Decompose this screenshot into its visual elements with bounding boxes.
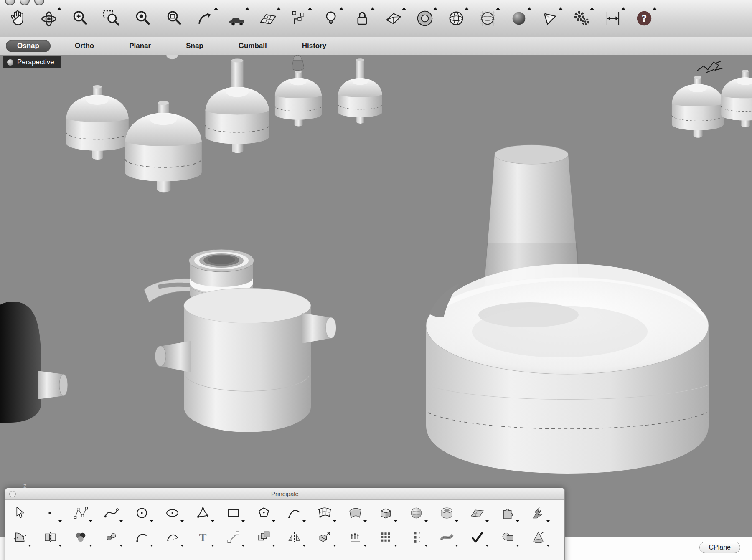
- rotate-view-icon[interactable]: [38, 8, 60, 29]
- copy-squares-icon[interactable]: [254, 526, 273, 548]
- dimension-icon[interactable]: [602, 8, 624, 29]
- polygon-curve-icon[interactable]: [193, 502, 212, 524]
- dropdown-caret: [333, 520, 336, 522]
- status-toggle-snap[interactable]: Snap: [186, 42, 203, 50]
- dropdown-caret: [119, 545, 123, 547]
- viewport-title[interactable]: Perspective: [3, 56, 61, 68]
- tube-icon[interactable]: [437, 502, 456, 524]
- array-column-icon[interactable]: [407, 526, 425, 548]
- cone-flag-icon[interactable]: [539, 8, 561, 29]
- hook-curve-icon[interactable]: [132, 526, 151, 548]
- status-toggle-ortho[interactable]: Ortho: [75, 42, 94, 50]
- flow-band-icon[interactable]: [437, 526, 456, 548]
- ellipse-icon[interactable]: [163, 502, 181, 524]
- cplane-grid-icon[interactable]: [257, 8, 279, 29]
- dropdown-caret: [272, 520, 275, 522]
- status-toggle-osnap[interactable]: Osnap: [6, 40, 51, 52]
- move-nodes-icon[interactable]: [224, 526, 242, 548]
- viewport-canvas[interactable]: z: [0, 55, 752, 560]
- circle-center-icon[interactable]: [132, 502, 151, 524]
- boolean-solids-icon[interactable]: [498, 526, 517, 548]
- pump-model-cluster-right[interactable]: [672, 61, 752, 138]
- lock-icon[interactable]: [351, 8, 373, 29]
- loft-rows-icon[interactable]: [346, 526, 364, 548]
- help-icon[interactable]: ?: [633, 8, 655, 29]
- split-icon[interactable]: [41, 526, 59, 548]
- dropdown-caret: [433, 7, 437, 10]
- dropdown-caret: [241, 520, 245, 522]
- box-icon[interactable]: [376, 502, 395, 524]
- dropdown-caret: [308, 7, 312, 10]
- dropdown-caret: [150, 545, 153, 547]
- surface-shaded-icon[interactable]: [346, 502, 364, 524]
- sphere-icon[interactable]: [407, 502, 425, 524]
- valve-model[interactable]: [144, 249, 336, 432]
- small-dark-model[interactable]: [292, 55, 304, 71]
- arc-icon[interactable]: [285, 502, 303, 524]
- sphere-grid-icon[interactable]: [477, 8, 498, 29]
- window-close-button[interactable]: [5, 0, 15, 5]
- window-zoom-button[interactable]: [34, 0, 44, 5]
- trim-icon[interactable]: [10, 526, 29, 548]
- window-minimize-button[interactable]: [20, 0, 30, 5]
- slice-icon[interactable]: [383, 8, 404, 29]
- dropdown-caret: [465, 7, 469, 10]
- text-icon[interactable]: T: [193, 526, 212, 548]
- car-icon[interactable]: [226, 8, 248, 29]
- sphere-shaded-icon[interactable]: [508, 8, 530, 29]
- palette-row: T: [10, 526, 559, 548]
- cone-swirl-icon[interactable]: [529, 526, 547, 548]
- rectangle-icon[interactable]: [224, 502, 242, 524]
- zoom-window-icon[interactable]: [101, 8, 122, 29]
- pump-model-row[interactable]: [66, 58, 382, 192]
- polygon-icon[interactable]: [254, 502, 273, 524]
- point-icon[interactable]: [41, 502, 59, 524]
- dropdown-caret: [424, 545, 428, 547]
- dropdown-caret: [302, 545, 306, 547]
- check-icon[interactable]: [468, 526, 486, 548]
- lightbulb-icon[interactable]: [320, 8, 342, 29]
- pan-hand-icon[interactable]: [7, 8, 28, 29]
- curve-dashed-icon[interactable]: [163, 526, 181, 548]
- surface-points-icon[interactable]: [315, 502, 334, 524]
- undo-view-icon[interactable]: [195, 8, 216, 29]
- puzzle-icon[interactable]: [498, 502, 517, 524]
- dropdown-caret: [424, 520, 428, 522]
- zoom-dynamic-icon[interactable]: [69, 8, 91, 29]
- perspective-viewport[interactable]: z Perspective: [0, 55, 752, 560]
- extrude-box-icon[interactable]: [315, 526, 334, 548]
- control-points-icon[interactable]: [289, 8, 310, 29]
- mirror-icon[interactable]: [285, 526, 303, 548]
- circles-two-icon[interactable]: [102, 526, 120, 548]
- dropdown-caret: [333, 545, 336, 547]
- select-arrow-icon[interactable]: [10, 502, 29, 524]
- dropdown-caret: [241, 545, 245, 547]
- dropdown-caret: [89, 520, 92, 522]
- circles-three-icon[interactable]: [71, 526, 90, 548]
- array-grid-icon[interactable]: [376, 526, 395, 548]
- large-pump-model[interactable]: [426, 145, 709, 474]
- palette-close-button[interactable]: [9, 491, 16, 497]
- gears-icon[interactable]: [571, 8, 592, 29]
- zoom-selected-icon[interactable]: [132, 8, 154, 29]
- dark-pump-model[interactable]: [0, 302, 68, 423]
- status-toggle-planar[interactable]: Planar: [129, 42, 151, 50]
- zoom-extents-icon[interactable]: [163, 8, 185, 29]
- status-toggle-history[interactable]: History: [302, 42, 327, 50]
- curve-control-icon[interactable]: [71, 502, 90, 524]
- palette-row: [10, 502, 559, 524]
- dropdown-caret: [621, 7, 625, 10]
- status-toggle-gumball[interactable]: Gumball: [239, 42, 267, 50]
- curve-handles-icon[interactable]: [102, 502, 120, 524]
- dropdown-caret: [516, 545, 519, 547]
- plane-grid-icon[interactable]: [468, 502, 486, 524]
- dropdown-caret: [485, 545, 489, 547]
- dropdown-caret: [277, 7, 281, 10]
- main-toolbar: ?: [0, 0, 752, 37]
- palette-titlebar[interactable]: Principale: [5, 488, 564, 500]
- explode-icon[interactable]: [529, 502, 547, 524]
- sphere-wire-icon[interactable]: [445, 8, 467, 29]
- cplane-button[interactable]: CPlane: [699, 542, 740, 553]
- small-sphere-model[interactable]: [166, 55, 178, 59]
- torus-ring-icon[interactable]: [414, 8, 436, 29]
